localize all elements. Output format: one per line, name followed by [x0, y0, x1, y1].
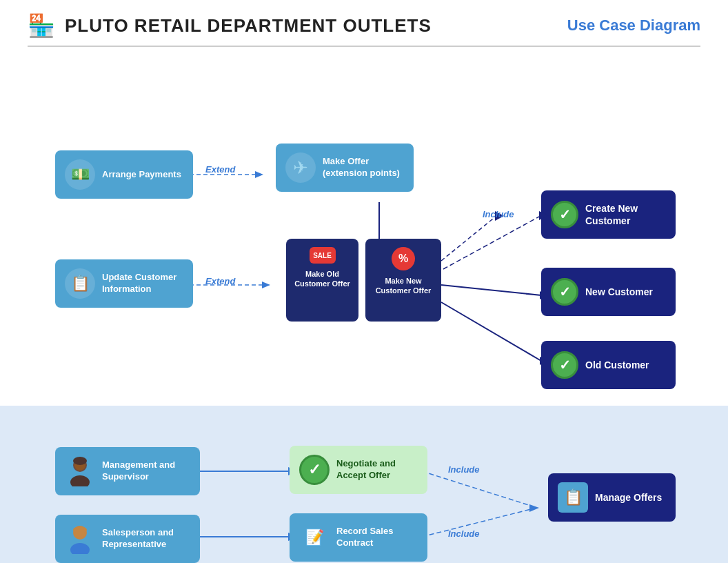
include-label-top: Include: [483, 209, 514, 219]
management-person-icon: [65, 456, 95, 486]
manage-offers-box: 📋 Manage Offers: [548, 473, 676, 522]
svg-line-6: [441, 285, 541, 295]
update-customer-icon: 📋: [65, 268, 95, 299]
extend-label-1: Extend: [205, 164, 235, 175]
bottom-section: Management and Supervisor Salesperson an…: [0, 406, 728, 563]
management-label: Management and Supervisor: [102, 460, 190, 483]
negotiate-label: Negotiate and Accept Offer: [336, 458, 418, 482]
salesperson-box: Salesperson and Representative: [55, 515, 200, 563]
sale-badge: SALE: [310, 247, 336, 264]
svg-point-28: [73, 526, 87, 533]
record-sales-icon: 📝: [299, 522, 330, 553]
include-label-bottom-2: Include: [448, 529, 480, 539]
record-sales-label: Record Sales Contract: [336, 526, 418, 549]
old-customer-check: ✓: [551, 351, 578, 379]
new-customer-check: ✓: [551, 278, 578, 306]
top-section: 💵 Arrange Payments Extend ✈ Make Offer (…: [0, 47, 728, 406]
svg-line-12: [443, 216, 540, 269]
arrange-payments-box: 💵 Arrange Payments: [55, 150, 193, 199]
make-offer-label: Make Offer (extension points): [323, 156, 404, 179]
page-title: PLUTO RETAIL DEPARTMENT OUTLETS: [65, 15, 432, 37]
record-sales-box: 📝 Record Sales Contract: [290, 513, 427, 562]
salesperson-label: Salesperson and Representative: [102, 527, 190, 551]
salesperson-person-icon: [65, 524, 95, 554]
new-customer-label: New Customer: [585, 286, 653, 298]
bottom-diagram-layout: Management and Supervisor Salesperson an…: [28, 426, 700, 563]
management-box: Management and Supervisor: [55, 447, 200, 495]
svg-line-18: [422, 471, 531, 506]
make-offer-box: ✈ Make Offer (extension points): [276, 144, 414, 192]
new-offer-label: Make New Customer Offer: [372, 276, 434, 296]
manage-offers-icon: 📋: [558, 482, 588, 513]
page-header: 🏪 PLUTO RETAIL DEPARTMENT OUTLETS Use Ca…: [0, 0, 728, 46]
old-offer-box: SALE Make Old Customer Offer: [286, 239, 358, 322]
store-icon: 🏪: [28, 12, 55, 39]
percent-badge: %: [392, 247, 415, 270]
create-new-customer-box: ✓ Create New Customer: [541, 190, 676, 239]
svg-line-8: [441, 216, 496, 261]
negotiate-box: ✓ Negotiate and Accept Offer: [290, 446, 427, 494]
create-customer-check: ✓: [551, 201, 578, 228]
plane-icon: ✈: [285, 152, 316, 183]
old-customer-label: Old Customer: [585, 359, 649, 371]
new-customer-box: ✓ New Customer: [541, 268, 676, 316]
update-customer-box: 📋 Update Customer Information: [55, 259, 193, 308]
svg-marker-3: [262, 282, 270, 288]
new-offer-box: % Make New Customer Offer: [365, 239, 441, 322]
update-customer-label: Update Customer Information: [102, 272, 183, 295]
diagram-type-label: Use Case Diagram: [567, 17, 700, 34]
manage-offers-label: Manage Offers: [595, 491, 662, 504]
header-left: 🏪 PLUTO RETAIL DEPARTMENT OUTLETS: [28, 12, 432, 39]
old-customer-box: ✓ Old Customer: [541, 341, 676, 389]
include-label-bottom-1: Include: [448, 464, 480, 475]
svg-marker-1: [255, 171, 263, 178]
svg-marker-20: [529, 504, 539, 512]
arrange-payments-label: Arrange Payments: [102, 169, 181, 181]
svg-point-24: [73, 457, 87, 465]
svg-line-10: [441, 302, 541, 361]
extend-label-2: Extend: [205, 276, 235, 286]
arrange-payments-icon: 💵: [65, 159, 95, 190]
negotiate-check-icon: ✓: [299, 455, 330, 485]
create-new-customer-label: Create New Customer: [585, 202, 666, 227]
top-diagram-layout: 💵 Arrange Payments Extend ✈ Make Offer (…: [28, 68, 700, 385]
svg-point-22: [70, 475, 90, 486]
old-offer-label: Make Old Customer Offer: [293, 269, 352, 289]
svg-point-26: [70, 543, 90, 554]
